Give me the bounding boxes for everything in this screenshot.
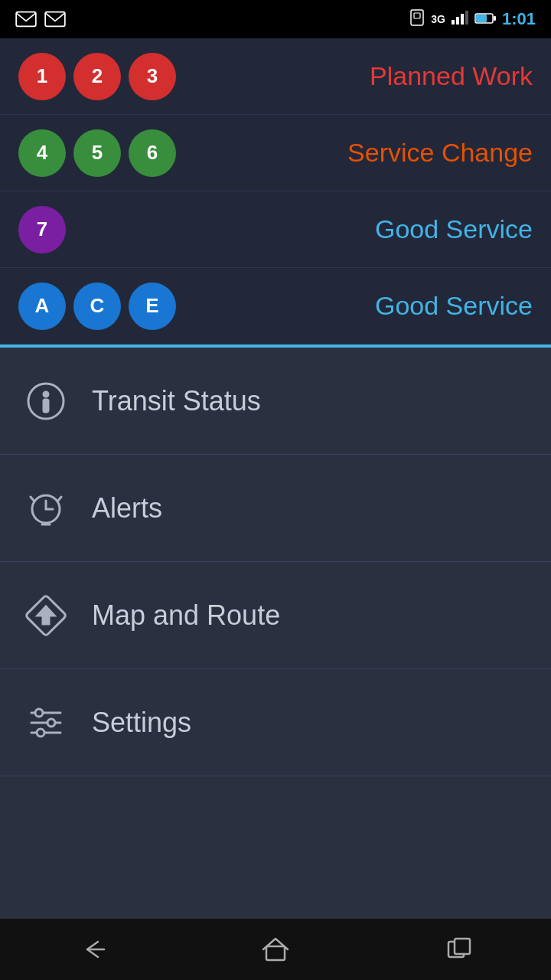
line-badges-123: 1 2 3 — [18, 53, 176, 100]
transit-status-label: Transit Status — [92, 385, 261, 417]
gmail-icon-1 — [15, 11, 37, 28]
transit-section: 1 2 3 Planned Work 4 5 6 Service Change … — [0, 38, 551, 345]
status-bar-left — [15, 11, 66, 28]
map-route-label: Map and Route — [92, 599, 280, 632]
home-button[interactable] — [245, 926, 306, 972]
svg-point-12 — [44, 392, 48, 397]
badge-6: 6 — [129, 129, 176, 177]
recents-button[interactable] — [429, 926, 490, 972]
svg-rect-2 — [411, 10, 423, 25]
svg-line-18 — [57, 497, 61, 501]
info-icon — [23, 378, 69, 424]
transit-row-123[interactable]: 1 2 3 Planned Work — [0, 38, 551, 115]
badge-a: A — [18, 283, 66, 330]
svg-rect-4 — [452, 20, 455, 24]
settings-label: Settings — [92, 707, 191, 739]
menu-item-map-route[interactable]: Map and Route — [0, 562, 551, 669]
svg-rect-31 — [455, 939, 470, 954]
status-bar-right: 3G 1:01 — [409, 9, 536, 30]
svg-point-25 — [47, 719, 55, 727]
sim-icon — [409, 9, 425, 30]
status-service-change: Service Change — [347, 138, 533, 168]
navigation-icon — [23, 593, 69, 639]
menu-section: Transit Status Alerts — [0, 348, 551, 919]
badge-7: 7 — [18, 206, 66, 253]
badge-c: C — [73, 283, 121, 330]
svg-rect-5 — [456, 17, 459, 24]
badge-1: 1 — [18, 53, 66, 100]
svg-line-17 — [31, 497, 34, 501]
badge-3: 3 — [129, 53, 176, 100]
back-button[interactable] — [61, 926, 122, 972]
menu-item-transit-status[interactable]: Transit Status — [0, 348, 551, 455]
transit-row-7[interactable]: 7 Good Service — [0, 191, 551, 268]
transit-row-ace[interactable]: A C E Good Service — [0, 268, 551, 345]
line-badges-ace: A C E — [18, 283, 176, 330]
svg-rect-13 — [44, 400, 48, 412]
battery-icon — [474, 11, 496, 28]
status-good-7: Good Service — [375, 214, 533, 244]
badge-2: 2 — [73, 53, 121, 100]
badge-4: 4 — [18, 129, 66, 177]
menu-item-alerts[interactable]: Alerts — [0, 455, 551, 562]
signal-icon: 3G — [431, 13, 445, 25]
menu-item-settings[interactable]: Settings — [0, 669, 551, 776]
svg-rect-9 — [476, 15, 487, 22]
status-planned-work: Planned Work — [370, 61, 533, 91]
svg-rect-7 — [465, 11, 468, 24]
line-badges-7: 7 — [18, 206, 66, 253]
svg-rect-10 — [494, 16, 496, 21]
status-good-ace: Good Service — [375, 291, 533, 321]
svg-point-27 — [37, 729, 44, 737]
svg-rect-0 — [16, 12, 36, 27]
alarm-icon — [23, 485, 69, 531]
svg-rect-6 — [461, 14, 464, 24]
svg-rect-29 — [266, 946, 285, 960]
badge-e: E — [129, 283, 176, 330]
nav-bar — [0, 919, 551, 980]
svg-rect-1 — [45, 12, 65, 27]
svg-rect-3 — [414, 13, 420, 18]
svg-point-23 — [35, 709, 43, 717]
status-bar: 3G 1:01 — [0, 0, 551, 38]
alerts-label: Alerts — [92, 492, 162, 524]
badge-5: 5 — [73, 129, 121, 177]
svg-marker-21 — [37, 606, 54, 624]
signal-bars-icon — [452, 11, 468, 28]
line-badges-456: 4 5 6 — [18, 129, 176, 177]
sliders-icon — [23, 700, 69, 746]
transit-row-456[interactable]: 4 5 6 Service Change — [0, 115, 551, 191]
status-time: 1:01 — [502, 9, 536, 29]
gmail-icon-2 — [44, 11, 66, 28]
